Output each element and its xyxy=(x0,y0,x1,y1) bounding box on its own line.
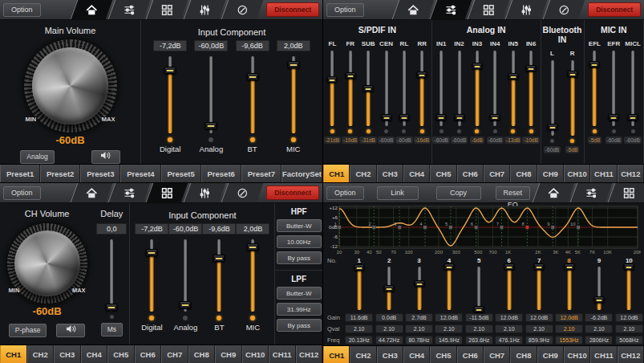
slider-handle[interactable] xyxy=(164,67,176,74)
option-button[interactable]: Option xyxy=(326,186,364,200)
tab-ch9[interactable]: CH9 xyxy=(537,165,564,182)
eq-gain-value[interactable]: 0.0dB xyxy=(375,313,403,322)
nav-tab-home[interactable] xyxy=(533,183,575,202)
slider-handle[interactable] xyxy=(246,73,258,80)
eq-gain-value[interactable]: -11.5dB xyxy=(465,313,493,322)
tab-ch6[interactable]: CH6 xyxy=(135,345,162,363)
slider-handle[interactable] xyxy=(609,114,619,120)
eq-gain-value[interactable]: 12.0dB xyxy=(555,313,583,322)
tab-ch7[interactable]: CH7 xyxy=(161,345,188,363)
tab-ch8[interactable]: CH8 xyxy=(510,346,537,363)
slider-handle[interactable] xyxy=(345,72,355,79)
hpf-freq-button[interactable]: 10.00Hz xyxy=(277,235,322,248)
slider-handle[interactable] xyxy=(417,71,427,78)
eq-qval-value[interactable]: 2.10 xyxy=(525,324,553,333)
mixer-slider-rr[interactable] xyxy=(416,51,427,126)
tab-preset1[interactable]: Preset1 xyxy=(0,165,40,182)
option-button[interactable]: Option xyxy=(326,3,364,17)
eq-freq-value[interactable]: 20.13Hz xyxy=(345,336,373,345)
eq-qval-value[interactable]: 2.10 xyxy=(615,324,643,333)
slider-handle[interactable] xyxy=(436,114,447,120)
mixer-slider-efr[interactable] xyxy=(608,51,619,126)
input-slider-analog[interactable] xyxy=(178,239,192,312)
eq-band-slider-3[interactable] xyxy=(414,267,425,310)
eq-freq-value[interactable]: 2806Hz xyxy=(585,336,613,345)
slider-handle[interactable] xyxy=(472,63,482,69)
slider-handle[interactable] xyxy=(247,243,259,251)
tab-ch8[interactable]: CH8 xyxy=(188,345,216,363)
tab-ch5[interactable]: CH5 xyxy=(107,345,135,363)
hpf-type-button[interactable]: Butter-W xyxy=(277,219,322,232)
eq-band-slider-2[interactable] xyxy=(383,267,395,310)
slider-handle[interactable] xyxy=(354,264,364,271)
tab-ch10[interactable]: CH10 xyxy=(564,165,590,182)
eq-band-slider-8[interactable] xyxy=(564,267,575,310)
lpf-type-button[interactable]: Butter-W xyxy=(277,287,322,300)
mixer-slider-fr[interactable] xyxy=(345,51,356,126)
nav-tab-home[interactable] xyxy=(71,183,113,202)
tab-ch10[interactable]: CH10 xyxy=(242,345,269,363)
eq-band-slider-9[interactable] xyxy=(593,267,605,310)
eq-qval-value[interactable]: 2.10 xyxy=(465,324,493,333)
mixer-slider-cen[interactable] xyxy=(381,51,392,126)
tab-ch8[interactable]: CH8 xyxy=(510,165,537,182)
tab-ch4[interactable]: CH4 xyxy=(403,165,430,182)
eq-qval-value[interactable]: 2.10 xyxy=(405,324,433,333)
slider-handle[interactable] xyxy=(526,65,537,71)
input-slider-bt[interactable] xyxy=(212,239,226,312)
eq-gain-value[interactable]: 12.0dB xyxy=(615,313,643,322)
mixer-slider-in3[interactable] xyxy=(472,51,483,126)
input-slider-mic[interactable] xyxy=(286,56,301,133)
eq-qval-value[interactable]: 2.10 xyxy=(585,324,613,333)
tab-ch9[interactable]: CH9 xyxy=(215,345,242,363)
mixer-slider-in2[interactable] xyxy=(454,51,465,126)
slider-handle[interactable] xyxy=(287,61,299,68)
option-button[interactable]: Option xyxy=(3,186,41,200)
mixer-slider-micl[interactable] xyxy=(627,51,638,126)
nav-tab-pen[interactable] xyxy=(221,0,264,19)
slider-handle[interactable] xyxy=(564,263,574,270)
input-slider-digital[interactable] xyxy=(163,56,177,133)
eq-curve-graph[interactable]: 20304050701002003005007001K2K3K4K5K7K10K… xyxy=(326,205,641,256)
eq-band-slider-1[interactable] xyxy=(354,267,365,310)
tab-preset5[interactable]: Preset5 xyxy=(161,165,201,182)
slider-handle[interactable] xyxy=(363,85,374,92)
p-phase-button[interactable]: P-phase xyxy=(9,324,47,337)
slider-handle[interactable] xyxy=(454,114,464,120)
eq-freq-value[interactable]: 1553Hz xyxy=(555,336,583,345)
nav-tab-mixer[interactable] xyxy=(430,0,472,19)
slider-handle[interactable] xyxy=(213,255,225,262)
eq-band-slider-7[interactable] xyxy=(533,267,545,310)
slider-handle[interactable] xyxy=(504,263,514,270)
tab-ch4[interactable]: CH4 xyxy=(81,345,108,363)
tab-ch9[interactable]: CH9 xyxy=(537,346,564,363)
slider-handle[interactable] xyxy=(567,71,577,77)
tab-ch11[interactable]: CH11 xyxy=(269,345,296,363)
tab-ch5[interactable]: CH5 xyxy=(430,165,456,182)
tab-preset7[interactable]: Preset7 xyxy=(241,165,281,182)
disconnect-button[interactable]: Disconnect xyxy=(266,2,319,17)
eq-gain-value[interactable]: 11.6dB xyxy=(345,313,373,322)
tab-ch7[interactable]: CH7 xyxy=(484,165,510,182)
slider-handle[interactable] xyxy=(384,285,395,292)
link-button[interactable]: Link xyxy=(377,186,419,200)
tab-preset4[interactable]: Preset4 xyxy=(120,165,160,182)
tab-ch1[interactable]: CH1 xyxy=(323,165,350,182)
slider-handle[interactable] xyxy=(589,61,600,67)
nav-tab-fader[interactable] xyxy=(505,0,548,19)
nav-tab-fader[interactable] xyxy=(184,183,226,202)
copy-button[interactable]: Copy xyxy=(436,186,481,200)
mixer-slider-sub[interactable] xyxy=(363,51,374,126)
slider-handle[interactable] xyxy=(414,280,424,287)
nav-tab-mixer[interactable] xyxy=(570,183,613,202)
slider-handle[interactable] xyxy=(444,263,454,270)
input-slider-mic[interactable] xyxy=(245,239,260,312)
eq-qval-value[interactable]: 2.10 xyxy=(495,324,523,333)
tab-ch11[interactable]: CH11 xyxy=(590,165,617,182)
nav-tab-mixer[interactable] xyxy=(108,0,151,19)
tab-ch10[interactable]: CH10 xyxy=(564,346,590,363)
tab-ch3[interactable]: CH3 xyxy=(377,165,403,182)
nav-tab-home[interactable] xyxy=(71,0,113,19)
mute-button[interactable] xyxy=(91,150,120,164)
eq-band-slider-6[interactable] xyxy=(504,267,515,310)
